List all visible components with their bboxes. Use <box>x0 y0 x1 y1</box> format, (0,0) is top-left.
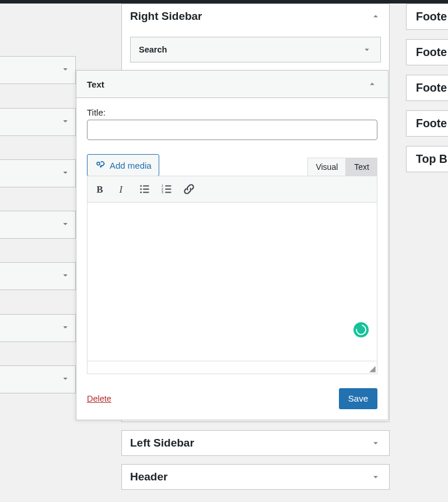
avail-widget[interactable] <box>0 314 76 342</box>
area-title: Foote <box>416 10 448 23</box>
svg-point-7 <box>140 191 142 193</box>
widget-area-header: Header <box>121 464 390 490</box>
widget-area-footer[interactable]: Foote <box>406 4 448 30</box>
popup-header[interactable]: Text <box>76 71 388 98</box>
available-widgets-col: a widget and delete yer. categories. ler… <box>0 4 76 502</box>
svg-point-0 <box>97 162 100 165</box>
link-button[interactable] <box>178 179 200 200</box>
widget-area-footer[interactable]: Foote <box>406 39 448 65</box>
svg-text:I: I <box>119 184 124 195</box>
avail-widget[interactable] <box>0 108 76 136</box>
area-header[interactable]: Header <box>122 465 389 489</box>
chevron-down-icon <box>60 373 71 385</box>
chevron-down-icon <box>60 219 71 231</box>
editor-tabs: Visual Text <box>307 158 377 176</box>
media-icon <box>94 159 106 172</box>
svg-rect-14 <box>165 192 171 193</box>
area-title: Right Sidebar <box>130 10 202 23</box>
svg-rect-12 <box>165 189 171 190</box>
widget-search[interactable]: Search <box>130 37 381 62</box>
italic-button[interactable]: I <box>112 179 133 200</box>
chevron-down-icon <box>370 472 381 482</box>
chevron-up-icon <box>370 11 381 22</box>
area-title: Foote <box>416 46 448 59</box>
area-title: Foote <box>416 117 448 130</box>
add-media-label: Add media <box>110 161 152 170</box>
tab-text[interactable]: Text <box>346 158 377 176</box>
editor-toolbar: B I 123 <box>87 176 377 203</box>
svg-text:3: 3 <box>162 190 163 194</box>
chevron-down-icon <box>60 116 71 128</box>
available-desc: a widget and delete <box>0 25 76 36</box>
widget-area-footer[interactable]: Foote <box>406 75 448 101</box>
avail-widget[interactable] <box>0 365 76 393</box>
svg-text:B: B <box>97 184 103 195</box>
chevron-down-icon <box>60 167 71 179</box>
chevron-down-icon <box>362 44 372 55</box>
widget-area-footer[interactable]: Foote <box>406 110 448 137</box>
add-media-button[interactable]: Add media <box>87 154 159 176</box>
delete-link[interactable]: Delete <box>87 394 111 403</box>
widget-label: Search <box>139 45 167 54</box>
bold-button[interactable]: B <box>90 179 111 200</box>
widget-area-left-sidebar: Left Sidebar <box>121 430 390 456</box>
popup-title: Text <box>87 79 104 89</box>
widget-caption: t Posts. <box>0 348 76 360</box>
widget-area-top[interactable]: Top B <box>406 146 448 172</box>
svg-rect-6 <box>143 189 149 190</box>
avail-widget[interactable] <box>0 56 76 84</box>
area-title: Left Sidebar <box>130 437 194 449</box>
title-input[interactable] <box>87 120 377 140</box>
resize-grip-icon[interactable]: ◢ <box>369 364 376 372</box>
right-areas-col: Foote Foote Foote Foote Top B <box>406 4 448 182</box>
chevron-up-icon <box>367 79 377 89</box>
save-button[interactable]: Save <box>339 388 377 409</box>
grammarly-icon[interactable] <box>354 322 369 337</box>
widget-caption: yer. <box>0 90 76 102</box>
avail-widget[interactable] <box>0 211 76 239</box>
title-label: Title: <box>87 107 377 117</box>
svg-rect-8 <box>143 192 149 193</box>
popup-footer: Delete Save <box>76 380 388 420</box>
bullet-list-button[interactable] <box>134 179 155 200</box>
numbered-list-button[interactable]: 123 <box>156 179 177 200</box>
chevron-down-icon <box>60 64 71 76</box>
area-header[interactable]: Right Sidebar <box>122 4 389 29</box>
avail-widget[interactable] <box>0 159 76 187</box>
svg-point-3 <box>140 185 142 187</box>
widget-caption: ess.org links. <box>0 245 76 256</box>
avail-widget[interactable] <box>0 262 76 290</box>
svg-point-5 <box>140 189 142 190</box>
svg-rect-10 <box>165 186 171 187</box>
editor-statusbar: ◢ <box>87 361 377 374</box>
widget-caption: categories. <box>0 142 76 154</box>
chevron-down-icon <box>370 438 381 448</box>
chevron-down-icon <box>60 322 71 334</box>
content-editor[interactable] <box>87 203 377 361</box>
widget-caption: r site. <box>0 399 76 411</box>
widget-caption: lery. <box>0 193 76 205</box>
text-widget-editor: Text Title: Add media Visual Text B I 12… <box>76 70 388 420</box>
chevron-down-icon <box>60 270 71 283</box>
area-header[interactable]: Left Sidebar <box>122 431 389 455</box>
tab-visual[interactable]: Visual <box>307 158 346 176</box>
area-title: Header <box>130 470 167 483</box>
widget-caption: ges. <box>0 296 76 308</box>
area-title: Top B <box>416 152 448 166</box>
svg-rect-4 <box>143 186 149 187</box>
area-title: Foote <box>416 81 448 95</box>
